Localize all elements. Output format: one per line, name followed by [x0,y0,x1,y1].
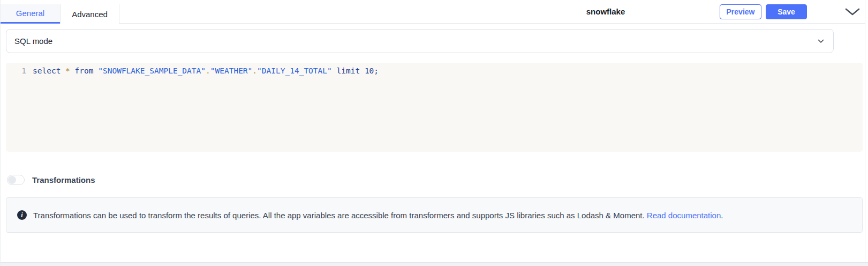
header-actions: Preview Save [720,4,861,19]
query-mode-select[interactable]: SQL mode [6,29,834,53]
tab-advanced[interactable]: Advanced [60,4,119,24]
info-banner-suffix: . [721,211,723,220]
transformations-row: Transformations [7,175,95,185]
info-banner-text: Transformations can be used to transform… [33,211,723,220]
select-chevron-down-icon [818,39,824,43]
save-button[interactable]: Save [766,4,807,19]
collapse-panel-chevron-down-icon[interactable] [844,8,861,16]
read-documentation-link[interactable]: Read documentation [647,211,721,220]
toggle-knob [8,176,16,184]
line-number: 1 [6,66,26,76]
transformations-info-banner: i Transformations can be used to transfo… [6,197,863,233]
transformations-toggle[interactable] [7,175,25,185]
query-name: snowflake [552,7,659,16]
code-line: 1 select * from "SNOWFLAKE_SAMPLE_DATA".… [6,66,863,76]
header-tabs: General Advanced [1,4,119,24]
preview-button[interactable]: Preview [720,4,761,19]
info-banner-message: Transformations can be used to transform… [33,211,647,220]
info-icon: i [17,210,27,220]
query-mode-selected-value: SQL mode [14,36,818,46]
query-editor-panel: General Advanced snowflake Preview Save … [0,0,868,266]
transformations-label: Transformations [32,175,95,184]
panel-right-border [865,0,865,263]
tab-general[interactable]: General [1,4,60,24]
sql-code-editor[interactable]: 1 select * from "SNOWFLAKE_SAMPLE_DATA".… [6,63,863,152]
code-line-tokens: select * from "SNOWFLAKE_SAMPLE_DATA"."W… [26,66,379,76]
query-editor-header: General Advanced snowflake Preview Save [1,0,865,24]
panel-bottom-strip [1,263,868,266]
